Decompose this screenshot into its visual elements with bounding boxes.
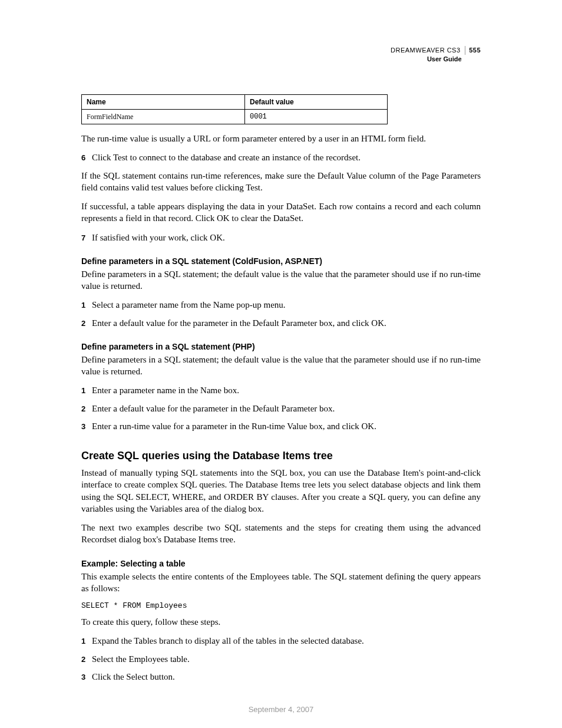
header-line-product: DREAMWEAVER CS3 555 [391,46,481,55]
table-header-row: Name Default value [82,95,388,110]
parameters-table: Name Default value FormFieldName 0001 [81,94,388,124]
body-text: Instead of manually typing SQL statement… [81,467,481,515]
step-php-2: 2 Enter a default value for the paramete… [81,403,481,414]
body-text: The run-time value is usually a URL or f… [81,133,481,144]
step-ex-2: 2 Select the Employees table. [81,653,481,665]
body-text: If the SQL statement contains run-time r… [81,170,481,194]
step-number: 1 [81,299,92,311]
guide-label: User Guide [427,55,462,62]
body-text: To create this query, follow these steps… [81,616,481,628]
subhead-example: Example: Selecting a table [81,559,481,568]
page-number: 555 [465,46,481,55]
section-heading: Create SQL queries using the Database It… [81,450,481,462]
content: Name Default value FormFieldName 0001 Th… [81,94,481,683]
step-ex-1: 1 Expand the Tables branch to display al… [81,635,481,647]
step-php-1: 1 Enter a parameter name in the Name box… [81,384,481,396]
cell-default-value: 0001 [245,110,388,124]
step-number: 2 [81,653,92,665]
step-text: Select the Employees table. [92,653,481,665]
product-name: DREAMWEAVER CS3 [391,47,461,54]
step-text: Select a parameter name from the Name po… [92,299,481,311]
subhead-php: Define parameters in a SQL statement (PH… [81,342,481,351]
step-number: 1 [81,384,92,396]
step-number: 7 [81,232,92,243]
subhead-coldfusion: Define parameters in a SQL statement (Co… [81,256,481,266]
step-text: Enter a parameter name in the Name box. [92,384,481,396]
body-text: Define parameters in a SQL statement; th… [81,354,481,378]
body-text: This example selects the entire contents… [81,571,481,595]
step-text: Enter a default value for the parameter … [92,317,481,329]
step-ex-3: 3 Click the Select button. [81,671,481,683]
step-number: 3 [81,671,92,683]
col-default-value: Default value [245,95,388,110]
step-number: 6 [81,151,92,163]
step-number: 1 [81,635,92,647]
footer-date: September 4, 2007 [0,705,562,714]
step-text: Enter a default value for the parameter … [92,403,481,414]
step-number: 2 [81,317,92,329]
step-7: 7 If satisfied with your work, click OK. [81,232,481,243]
step-6: 6 Click Test to connect to the database … [81,151,481,163]
col-name: Name [82,95,245,110]
body-text: The next two examples describe two SQL s… [81,522,481,546]
cell-name: FormFieldName [82,110,245,124]
step-text: Click the Select button. [92,671,481,683]
step-cf-1: 1 Select a parameter name from the Name … [81,299,481,311]
step-text: Expand the Tables branch to display all … [92,635,481,647]
step-cf-2: 2 Enter a default value for the paramete… [81,317,481,329]
body-text: If successful, a table appears displayin… [81,200,481,225]
step-number: 2 [81,403,92,414]
step-text: Enter a run-time value for a parameter i… [92,420,481,432]
code-block: SELECT * FROM Employees [81,601,481,610]
step-text: Click Test to connect to the database an… [92,151,481,163]
header-line-guide: User Guide 555 [391,55,481,64]
step-text: If satisfied with your work, click OK. [92,232,481,243]
step-number: 3 [81,420,92,432]
body-text: Define parameters in a SQL statement; th… [81,268,481,292]
page-header: DREAMWEAVER CS3 555 User Guide 555 [391,46,481,64]
step-php-3: 3 Enter a run-time value for a parameter… [81,420,481,432]
table-row: FormFieldName 0001 [82,110,388,124]
page: DREAMWEAVER CS3 555 User Guide 555 Name … [0,0,562,728]
